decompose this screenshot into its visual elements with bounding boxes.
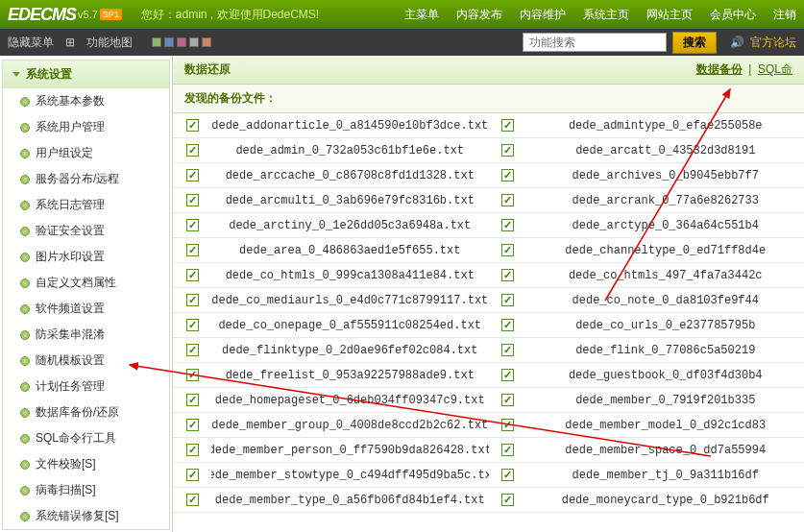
file-checkbox[interactable] [186,369,199,381]
file-checkbox[interactable] [186,419,199,431]
file-checkbox[interactable] [501,344,514,356]
file-name: dede_admintype_0_efae255058e [527,113,805,137]
file-checkbox[interactable] [186,444,199,456]
topnav-item[interactable]: 内容维护 [520,7,566,23]
sidebar-item[interactable]: 自定义文档属性 [3,270,169,296]
sidebar-item[interactable]: 随机模板设置 [3,348,169,374]
file-checkbox[interactable] [501,194,514,206]
table-row: dede_co_htmls_0_999ca1308a411e84.txtdede… [173,263,804,288]
main-panel: 数据还原 数据备份 | SQL命 发现的备份文件： dede_addonarti… [173,56,804,532]
topnav-item[interactable]: 注销 [773,7,796,23]
sidebar-item[interactable]: 系统错误修复[S] [3,503,169,529]
sidebar-item[interactable]: 图片水印设置 [3,244,169,270]
table-row: dede_co_onepage_0_af555911c08254ed.txtde… [173,313,804,338]
table-row: dede_arctiny_0_1e26dd05c3a6948a.txtdede_… [173,213,804,238]
file-checkbox[interactable] [501,394,514,406]
file-checkbox[interactable] [186,469,199,481]
file-name: dede_arcrank_0_77a6e8262733 [527,188,805,212]
file-checkbox[interactable] [501,469,514,481]
file-name: dede_admin_0_732a053c61bf1e6e.txt [211,138,489,162]
file-checkbox[interactable] [501,119,514,132]
file-checkbox[interactable] [186,194,199,206]
file-checkbox[interactable] [501,244,514,256]
file-checkbox[interactable] [186,119,199,132]
file-name: dede_member_0_7919f201b335 [527,388,805,412]
table-row: dede_arcmulti_0_3ab696e79fc8316b.txtdede… [173,188,804,213]
file-checkbox[interactable] [501,444,514,456]
file-checkbox[interactable] [186,294,199,306]
table-row: dede_member_type_0_a56fb06fd84b1ef4.txtd… [173,488,804,513]
bullet-icon [20,97,30,107]
file-checkbox[interactable] [501,269,514,281]
function-map-link[interactable]: 功能地图 [86,35,133,51]
sidebar-item[interactable]: 文件校验[S] [3,451,169,477]
search-button[interactable]: 搜索 [672,32,717,54]
file-checkbox[interactable] [501,419,514,431]
sidebar-item[interactable]: SQL命令行工具 [3,425,169,451]
welcome-text: 您好：admin , 欢迎使用DedeCMS! [141,7,319,23]
file-checkbox[interactable] [186,219,199,231]
file-checkbox[interactable] [501,169,514,181]
file-checkbox[interactable] [186,494,199,506]
topnav-item[interactable]: 会员中心 [710,7,756,23]
theme-dot[interactable] [152,37,161,47]
sidebar-group-system[interactable]: 系统设置 [3,60,169,88]
file-name: dede_addonarticle_0_a814590e10bf3dce.txt [211,113,489,137]
sidebar-item[interactable]: 计划任务管理 [3,374,169,399]
file-checkbox[interactable] [186,344,199,356]
file-checkbox[interactable] [501,144,514,157]
search-input[interactable] [523,33,667,52]
file-checkbox[interactable] [501,494,514,506]
file-checkbox[interactable] [186,144,199,157]
topnav-item[interactable]: 主菜单 [404,7,439,23]
bullet-icon [20,486,30,496]
file-checkbox[interactable] [501,369,514,381]
file-checkbox[interactable] [186,269,199,281]
file-checkbox[interactable] [501,294,514,306]
theme-dot[interactable] [202,37,211,47]
topnav-item[interactable]: 网站主页 [646,7,693,23]
file-name: dede_channeltype_0_ed71ff8d4e [527,238,805,262]
file-name: dede_flink_0_77086c5a50219 [527,338,805,362]
file-name: dede_member_tj_0_9a311b16df [527,463,805,487]
topnav-item[interactable]: 内容发布 [456,7,502,23]
bullet-icon [20,356,30,366]
bullet-icon [20,253,30,262]
sidebar-item[interactable]: 软件频道设置 [3,296,169,322]
bullet-icon [20,304,30,314]
file-name: dede_member_person_0_ff7590b9da826428.tx… [211,438,489,462]
forum-link[interactable]: 官方论坛 [750,35,796,51]
bullet-icon [20,149,30,158]
sidebar-item[interactable]: 服务器分布/远程 [3,166,169,192]
table-row: dede_homepageset_0_6deb034ff09347c9.txtd… [173,388,804,413]
theme-dot[interactable] [164,37,174,47]
hide-menu-link[interactable]: 隐藏菜单 [8,35,54,51]
file-checkbox[interactable] [186,169,199,181]
bullet-icon [20,512,30,521]
sidebar-item[interactable]: 系统基本参数 [3,88,169,114]
file-name: dede_member_space_0_dd7a55994 [527,438,805,462]
sql-link[interactable]: SQL命 [758,62,792,76]
sidebar-item[interactable]: 验证安全设置 [3,218,169,244]
sidebar-item[interactable]: 系统用户管理 [3,114,169,140]
theme-dot[interactable] [189,37,199,47]
file-checkbox[interactable] [186,394,199,406]
bullet-icon [20,278,30,288]
file-checkbox[interactable] [501,319,514,331]
file-checkbox[interactable] [501,219,514,231]
sidebar-item[interactable]: 病毒扫描[S] [3,477,169,503]
theme-dot[interactable] [177,37,186,47]
file-checkbox[interactable] [186,244,199,256]
bullet-icon [20,382,30,392]
backup-link[interactable]: 数据备份 [696,62,743,76]
file-name: dede_moneycard_type_0_b921b6df [527,488,805,512]
sidebar-item[interactable]: 数据库备份/还原 [3,399,169,425]
topnav-item[interactable]: 系统主页 [583,7,629,23]
sidebar-item[interactable]: 系统日志管理 [3,192,169,218]
version: v5.7 [78,9,98,20]
table-row: dede_flinktype_0_2d0ae96fef02c084.txtded… [173,338,804,363]
file-name: dede_homepageset_0_6deb034ff09347c9.txt [211,388,489,412]
sidebar-item[interactable]: 用户组设定 [3,140,169,166]
file-checkbox[interactable] [186,319,199,331]
sidebar-item[interactable]: 防采集串混淆 [3,322,169,348]
